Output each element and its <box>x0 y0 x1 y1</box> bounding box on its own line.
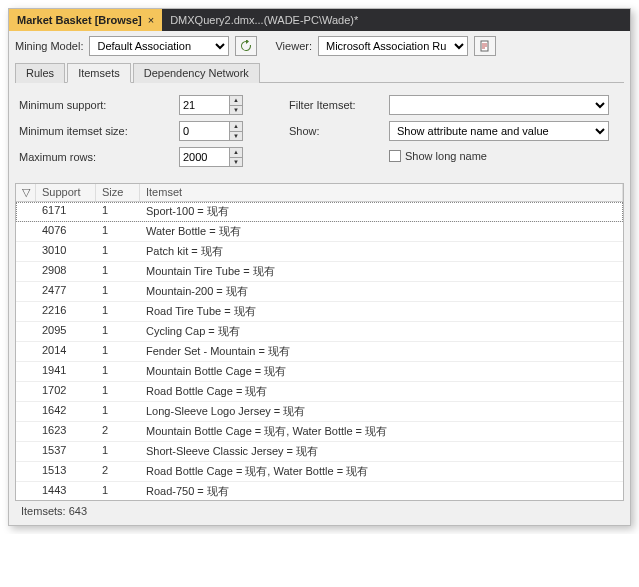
cell-size: 1 <box>96 302 140 321</box>
show-select[interactable]: Show attribute name and value <box>389 121 609 141</box>
mining-model-label: Mining Model: <box>15 40 83 52</box>
table-row[interactable]: 40761Water Bottle = 现有 <box>16 222 623 242</box>
cell-size: 2 <box>96 462 140 481</box>
cell-support: 1702 <box>36 382 96 401</box>
toolbar: Mining Model: Default Association Viewer… <box>15 36 624 56</box>
col-support[interactable]: Support <box>36 184 96 201</box>
cell-size: 1 <box>96 482 140 500</box>
spinner-down-icon[interactable]: ▼ <box>230 132 242 141</box>
document-icon <box>479 40 491 52</box>
cell-itemset: Water Bottle = 现有 <box>140 222 623 241</box>
table-row[interactable]: 17021Road Bottle Cage = 现有 <box>16 382 623 402</box>
cell-support: 1513 <box>36 462 96 481</box>
table-row[interactable]: 15132Road Bottle Cage = 现有, Water Bottle… <box>16 462 623 482</box>
spinner-down-icon[interactable]: ▼ <box>230 106 242 115</box>
itemsets-grid: ▽ Support Size Itemset 61711Sport-100 = … <box>15 183 624 501</box>
tab-label: Market Basket [Browse] <box>17 14 142 26</box>
spinner-down-icon[interactable]: ▼ <box>230 158 242 167</box>
show-long-name-label: Show long name <box>405 150 487 162</box>
cell-support: 1537 <box>36 442 96 461</box>
grid-body[interactable]: 61711Sport-100 = 现有40761Water Bottle = 现… <box>16 202 623 500</box>
spinner-up-icon[interactable]: ▲ <box>230 148 242 158</box>
table-row[interactable]: 16421Long-Sleeve Logo Jersey = 现有 <box>16 402 623 422</box>
tab-rules[interactable]: Rules <box>15 63 65 83</box>
table-row[interactable]: 20141Fender Set - Mountain = 现有 <box>16 342 623 362</box>
cell-itemset: Road-750 = 现有 <box>140 482 623 500</box>
cell-support: 1623 <box>36 422 96 441</box>
min-support-label: Minimum support: <box>19 99 106 111</box>
tab-itemsets[interactable]: Itemsets <box>67 63 131 83</box>
cell-itemset: Road Tire Tube = 现有 <box>140 302 623 321</box>
cell-itemset: Mountain-200 = 现有 <box>140 282 623 301</box>
refresh-button[interactable] <box>235 36 257 56</box>
viewer-options-button[interactable] <box>474 36 496 56</box>
sort-indicator-icon[interactable]: ▽ <box>16 184 36 201</box>
tab-dmxquery[interactable]: DMXQuery2.dmx...(WADE-PC\Wade)* <box>162 9 366 31</box>
table-row[interactable]: 14431Road-750 = 现有 <box>16 482 623 500</box>
cell-size: 1 <box>96 382 140 401</box>
min-itemset-size-input[interactable] <box>179 121 229 141</box>
cell-size: 1 <box>96 242 140 261</box>
table-row[interactable]: 30101Patch kit = 现有 <box>16 242 623 262</box>
cell-itemset: Sport-100 = 现有 <box>140 202 623 221</box>
min-support-spinner[interactable]: ▲▼ <box>179 95 243 115</box>
max-rows-label: Maximum rows: <box>19 151 96 163</box>
cell-itemset: Long-Sleeve Logo Jersey = 现有 <box>140 402 623 421</box>
table-row[interactable]: 19411Mountain Bottle Cage = 现有 <box>16 362 623 382</box>
cell-itemset: Road Bottle Cage = 现有 <box>140 382 623 401</box>
max-rows-input[interactable] <box>179 147 229 167</box>
tab-market-basket[interactable]: Market Basket [Browse] × <box>9 9 162 31</box>
itemset-count: Itemsets: 643 <box>21 505 87 517</box>
tab-dependency-network[interactable]: Dependency Network <box>133 63 260 83</box>
cell-support: 1443 <box>36 482 96 500</box>
table-row[interactable]: 15371Short-Sleeve Classic Jersey = 现有 <box>16 442 623 462</box>
max-rows-spinner[interactable]: ▲▼ <box>179 147 243 167</box>
table-row[interactable]: 22161Road Tire Tube = 现有 <box>16 302 623 322</box>
filter-panel: Minimum support: ▲▼ Filter Itemset: Mini… <box>15 83 624 177</box>
show-long-name-checkbox[interactable]: Show long name <box>389 150 487 162</box>
viewer-label: Viewer: <box>275 40 311 52</box>
cell-support: 1642 <box>36 402 96 421</box>
cell-itemset: Cycling Cap = 现有 <box>140 322 623 341</box>
col-itemset[interactable]: Itemset <box>140 184 623 201</box>
cell-support: 2216 <box>36 302 96 321</box>
min-itemset-size-label: Minimum itemset size: <box>19 125 128 137</box>
cell-support: 3010 <box>36 242 96 261</box>
cell-itemset: Patch kit = 现有 <box>140 242 623 261</box>
refresh-icon <box>240 40 252 52</box>
app-window: Market Basket [Browse] × DMXQuery2.dmx..… <box>8 8 631 526</box>
close-icon[interactable]: × <box>148 14 154 26</box>
view-tabs: Rules Itemsets Dependency Network <box>15 62 624 83</box>
cell-itemset: Mountain Tire Tube = 现有 <box>140 262 623 281</box>
grid-header: ▽ Support Size Itemset <box>16 184 623 202</box>
spinner-up-icon[interactable]: ▲ <box>230 96 242 106</box>
cell-size: 1 <box>96 262 140 281</box>
cell-size: 1 <box>96 402 140 421</box>
table-row[interactable]: 24771Mountain-200 = 现有 <box>16 282 623 302</box>
filter-itemset-select[interactable] <box>389 95 609 115</box>
cell-size: 1 <box>96 282 140 301</box>
cell-support: 2014 <box>36 342 96 361</box>
cell-support: 2095 <box>36 322 96 341</box>
cell-size: 2 <box>96 422 140 441</box>
table-row[interactable]: 61711Sport-100 = 现有 <box>16 202 623 222</box>
table-row[interactable]: 16232Mountain Bottle Cage = 现有, Water Bo… <box>16 422 623 442</box>
cell-size: 1 <box>96 342 140 361</box>
show-label: Show: <box>289 125 320 137</box>
spinner-up-icon[interactable]: ▲ <box>230 122 242 132</box>
min-itemset-size-spinner[interactable]: ▲▼ <box>179 121 243 141</box>
viewer-select[interactable]: Microsoft Association Ru <box>318 36 468 56</box>
min-support-input[interactable] <box>179 95 229 115</box>
cell-size: 1 <box>96 362 140 381</box>
checkbox-box[interactable] <box>389 150 401 162</box>
table-row[interactable]: 20951Cycling Cap = 现有 <box>16 322 623 342</box>
cell-itemset: Mountain Bottle Cage = 现有 <box>140 362 623 381</box>
col-size[interactable]: Size <box>96 184 140 201</box>
cell-size: 1 <box>96 322 140 341</box>
tab-label: DMXQuery2.dmx...(WADE-PC\Wade)* <box>170 14 358 26</box>
filter-itemset-label: Filter Itemset: <box>289 99 356 111</box>
mining-model-select[interactable]: Default Association <box>89 36 229 56</box>
table-row[interactable]: 29081Mountain Tire Tube = 现有 <box>16 262 623 282</box>
status-bar: Itemsets: 643 <box>15 501 624 519</box>
cell-itemset: Mountain Bottle Cage = 现有, Water Bottle … <box>140 422 623 441</box>
